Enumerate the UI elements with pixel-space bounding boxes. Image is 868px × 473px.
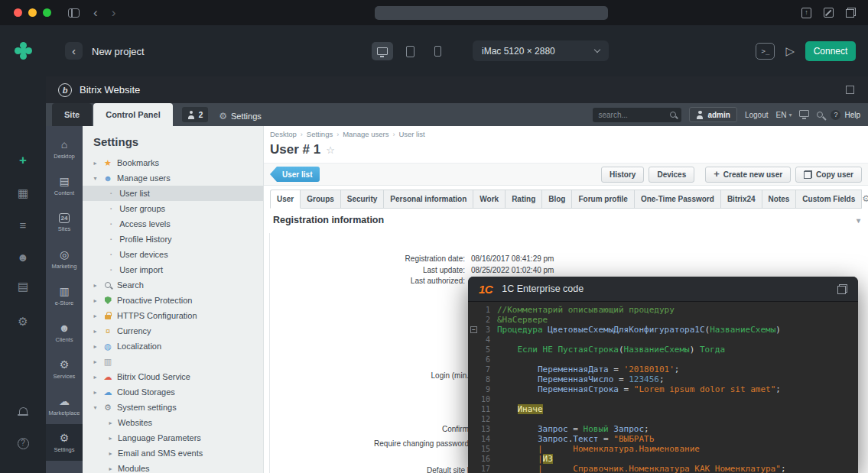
menu-item-profile-history[interactable]: ▪Profile History [83, 232, 263, 247]
zoom-button[interactable] [43, 8, 51, 17]
tab-one-time-password[interactable]: One-Time Password [635, 190, 721, 209]
copy-code-icon[interactable] [837, 284, 847, 294]
menu-item-email-and-sms-events[interactable]: ▸Email and SMS events [83, 445, 263, 461]
user-list-back-button[interactable]: User list [270, 167, 320, 182]
menu-item-user-groups[interactable]: ▪User groups [83, 201, 263, 216]
breadcrumb-user-list[interactable]: User list [398, 130, 424, 138]
fold-icon[interactable]: − [470, 326, 477, 333]
expand-arrow-icon[interactable]: ▸ [107, 465, 114, 472]
expand-arrow-icon[interactable]: ▸ [92, 343, 99, 350]
layers-icon[interactable]: ≡ [0, 219, 46, 232]
logout-link[interactable]: Logout [745, 111, 769, 119]
menu-item-manage-users[interactable]: ▾☻Manage users [83, 170, 263, 186]
menu-item-proactive-protection[interactable]: ▸Proactive Protection [83, 293, 263, 308]
forward-icon[interactable]: › [112, 6, 116, 19]
minimize-button[interactable] [28, 8, 37, 17]
tab-user[interactable]: User [270, 190, 301, 209]
tab-blog[interactable]: Blog [542, 190, 572, 209]
menu-item-bookmarks[interactable]: ▸★Bookmarks [83, 155, 263, 170]
menu-item-system-settings[interactable]: ▾⚙System settings [83, 400, 263, 415]
menu-item-user-devices[interactable]: ▪User devices [83, 247, 263, 262]
device-phone-button[interactable] [427, 42, 448, 60]
menu-item-currency[interactable]: ▸¤Currency [83, 323, 263, 339]
url-bar[interactable] [375, 6, 608, 20]
help-icon[interactable]: ? [0, 436, 46, 449]
expand-arrow-icon[interactable]: ▸ [92, 160, 99, 167]
rail-item-content[interactable]: ▤Content [46, 167, 83, 204]
expand-arrow-icon[interactable]: ▸ [107, 435, 114, 442]
sidebar-toggle-icon[interactable] [68, 8, 80, 18]
menu-item-user-import[interactable]: ▪User import [83, 262, 263, 277]
tab-groups[interactable]: Groups [301, 190, 341, 209]
create-user-button[interactable]: +Create new user [705, 167, 791, 183]
collapse-chevron-icon[interactable]: ▾ [857, 216, 860, 225]
code-titlebar[interactable]: 1С 1C Enterprise code [468, 277, 858, 302]
edit-icon[interactable] [824, 8, 834, 18]
breadcrumb-settings[interactable]: Settings [307, 130, 333, 138]
team-icon[interactable]: ☻ [0, 251, 46, 264]
tab-control-panel[interactable]: Control Panel [93, 103, 173, 126]
nav-settings-button[interactable]: ⚙Settings [219, 112, 262, 121]
menu-item-bitrix-cloud-service[interactable]: ▸☁Bitrix Cloud Service [83, 369, 263, 384]
expand-arrow-icon[interactable]: ▸ [92, 282, 99, 289]
tab-custom-fields[interactable]: Custom Fields [796, 190, 862, 209]
menu-item-https-configuration[interactable]: ▸HTTPS Configuration [83, 308, 263, 323]
expand-arrow-icon[interactable]: ▸ [107, 450, 114, 457]
help-link[interactable]: ?Help [831, 110, 860, 120]
project-back-button[interactable]: ‹ [65, 42, 83, 60]
expand-arrow-icon[interactable]: ▸ [107, 420, 114, 426]
expand-arrow-icon[interactable]: ▸ [92, 358, 99, 365]
menu-item-modules[interactable]: ▸Modules [83, 461, 263, 473]
tab-personal-information[interactable]: Personal information [384, 190, 473, 209]
back-icon[interactable]: ‹ [93, 6, 98, 19]
expand-arrow-icon[interactable]: ▸ [92, 374, 99, 381]
window-icon[interactable] [846, 86, 854, 94]
collapse-arrow-icon[interactable]: ▾ [92, 404, 99, 411]
grid-icon[interactable]: ▦ [0, 187, 46, 199]
rail-item-sites[interactable]: 24Sites [46, 204, 83, 241]
rail-item-clients[interactable]: ☻Clients [46, 314, 83, 351]
menu-item-language-parameters[interactable]: ▸Language Parameters [83, 430, 263, 445]
breadcrumb-manage-users[interactable]: Manage users [343, 130, 388, 138]
rail-item-settings[interactable]: ⚙Settings [46, 424, 83, 461]
gear-icon[interactable]: ⚙ [0, 316, 46, 328]
rail-item-services[interactable]: ⚙Services [46, 351, 83, 387]
menu-item-cloud-storages[interactable]: ▸☁Cloud Storages [83, 384, 263, 400]
history-button[interactable]: History [601, 167, 644, 183]
rail-item-estore[interactable]: ▥e-Store [46, 277, 83, 314]
terminal-icon[interactable]: >_ [756, 43, 775, 60]
expand-arrow-icon[interactable]: ▸ [92, 313, 99, 319]
rail-item-marketplace[interactable]: ☁Marketplace [46, 387, 83, 424]
breadcrumb-desktop[interactable]: Desktop [270, 130, 297, 138]
copy-windows-icon[interactable] [846, 8, 856, 18]
menu-item-websites[interactable]: ▸Websites [83, 415, 263, 430]
share-icon[interactable]: ↑ [801, 8, 811, 18]
devices-button[interactable]: Devices [649, 167, 694, 183]
tab-work[interactable]: Work [473, 190, 506, 209]
device-desktop-button[interactable] [372, 42, 393, 60]
code-editor[interactable]: 1//Комментарий описывающий процедуру2&На… [468, 302, 858, 473]
language-select[interactable]: EN▾ [776, 111, 792, 119]
rail-item-desktop[interactable]: ⌂Desktop [46, 131, 83, 167]
menu-item-access-levels[interactable]: ▪Access levels [83, 216, 263, 232]
menu-item-user-list[interactable]: ▪User list [83, 186, 263, 201]
admin-button[interactable]: admin [689, 107, 736, 122]
collapse-arrow-icon[interactable]: ▾ [92, 175, 99, 182]
device-tablet-button[interactable] [399, 42, 421, 60]
tab-rating[interactable]: Rating [506, 190, 542, 209]
connect-button[interactable]: Connect [805, 41, 856, 61]
bell-icon[interactable] [0, 404, 46, 416]
rail-item-marketing[interactable]: ◎Marketing [46, 241, 83, 277]
play-icon[interactable]: ▷ [785, 44, 795, 58]
expand-arrow-icon[interactable]: ▸ [92, 328, 99, 335]
tab-site[interactable]: Site [52, 103, 92, 126]
menu-item-localization[interactable]: ▸◍Localization [83, 339, 263, 354]
search-box[interactable]: search... [593, 108, 681, 122]
expand-arrow-icon[interactable]: ▸ [92, 389, 99, 396]
sessions-badge[interactable]: 2 [182, 107, 209, 122]
pin-icon[interactable] [817, 112, 823, 118]
expand-arrow-icon[interactable]: ▸ [92, 297, 99, 304]
tab-bitrix24[interactable]: Bitrix24 [721, 190, 762, 209]
tab-gear-icon[interactable]: ⚙ [862, 194, 868, 203]
monitor-icon[interactable] [799, 110, 809, 117]
